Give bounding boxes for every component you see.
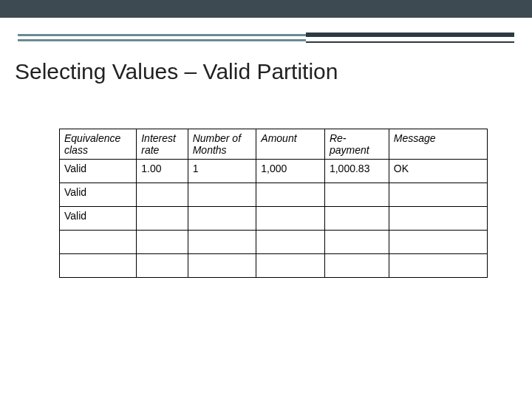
cell-number-of-months: 1: [188, 160, 256, 183]
cell-interest-rate: [137, 183, 188, 207]
cell-equivalence-class: Valid: [60, 207, 137, 231]
table-row: Valid: [60, 183, 488, 207]
page-title: Selecting Values – Valid Partition: [15, 59, 532, 84]
cell-repayment: 1,000.83: [324, 160, 389, 183]
cell-interest-rate: 1.00: [137, 160, 188, 183]
col-repayment: Re-payment: [324, 129, 389, 160]
table-row: [60, 254, 488, 278]
slide-top-bar: [0, 0, 532, 18]
col-message: Message: [389, 129, 487, 160]
cell-interest-rate: [137, 254, 188, 278]
cell-repayment: [324, 231, 389, 254]
partition-table: Equivalence class Interest rate Number o…: [59, 129, 488, 278]
cell-number-of-months: [188, 183, 256, 207]
partition-table-container: Equivalence class Interest rate Number o…: [59, 129, 488, 278]
cell-interest-rate: [137, 231, 188, 254]
cell-equivalence-class: [60, 231, 137, 254]
rule-right-thick: [306, 33, 514, 37]
rule-left-double: [18, 34, 306, 41]
table-row: Valid: [60, 207, 488, 231]
cell-repayment: [324, 183, 389, 207]
cell-amount: [256, 207, 325, 231]
cell-equivalence-class: [60, 254, 137, 278]
cell-amount: [256, 254, 325, 278]
col-amount: Amount: [256, 129, 325, 160]
cell-repayment: [324, 207, 389, 231]
decorative-rule: [18, 25, 514, 56]
cell-amount: 1,000: [256, 160, 325, 183]
col-interest-rate: Interest rate: [137, 129, 188, 160]
cell-message: [389, 254, 487, 278]
cell-number-of-months: [188, 207, 256, 231]
rule-right-thin: [306, 41, 514, 43]
cell-amount: [256, 231, 325, 254]
cell-message: [389, 183, 487, 207]
cell-interest-rate: [137, 207, 188, 231]
cell-amount: [256, 183, 325, 207]
cell-message: [389, 231, 487, 254]
table-row: Valid 1.00 1 1,000 1,000.83 OK: [60, 160, 488, 183]
col-number-of-months: Number of Months: [188, 129, 256, 160]
cell-repayment: [324, 254, 389, 278]
table-header-row: Equivalence class Interest rate Number o…: [60, 129, 488, 160]
cell-number-of-months: [188, 231, 256, 254]
table-row: [60, 231, 488, 254]
cell-equivalence-class: Valid: [60, 160, 137, 183]
cell-message: OK: [389, 160, 487, 183]
cell-number-of-months: [188, 254, 256, 278]
cell-message: [389, 207, 487, 231]
col-equivalence-class: Equivalence class: [60, 129, 137, 160]
cell-equivalence-class: Valid: [60, 183, 137, 207]
